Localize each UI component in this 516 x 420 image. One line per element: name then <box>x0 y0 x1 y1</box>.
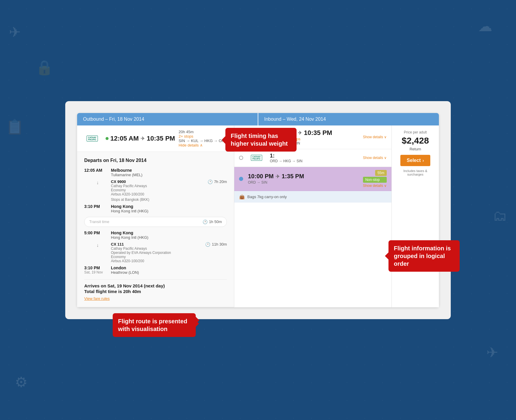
callout-info: Flight information is grouped in logical… <box>388 240 460 272</box>
departs-title: Departs on Fri, 18 Nov 2014 <box>84 158 227 163</box>
includes-text: Includes taxes & surcharges <box>395 169 435 176</box>
inbound-1-show-details[interactable]: Show details ∨ <box>363 135 387 139</box>
transit-duration: 1h 50m <box>209 219 222 224</box>
clock-icon-2: 🕐 <box>205 242 210 247</box>
leg-1-stops: Stops at Bangkok (BKK) <box>111 198 208 202</box>
inbound-flight-3-purple: 10:00 PM ✈ 1:35 PM ORD → SIN 55m Non-sto… <box>234 167 391 191</box>
leg-1-aircraft: Airbus A320-100/200 <box>111 192 208 196</box>
stop-3-row: 5:00 PM Hong Kong Hong Kong Intl (HKG) <box>84 230 227 240</box>
leg-2-aircraft: Airbus A320-100/200 <box>111 259 205 263</box>
plane-icon-2: ✈ <box>298 130 302 136</box>
leg-2: ↓ CX 111 Cathay Pacific Airways Operated… <box>84 242 227 263</box>
inbound-airline-logo-2: CATHAYPACIFIC <box>246 155 267 161</box>
inbound-3-badges: 55m Non-stop Show details ∨ <box>363 170 387 188</box>
inbound-2-depart: 1: <box>270 153 275 159</box>
bg-icon-2: 🔒 <box>36 59 53 76</box>
inbound-1-arrive: 10:35 PM <box>304 129 332 137</box>
stop-4-date: Sat, 19 Nov <box>84 270 111 274</box>
outbound-summary: CATHAYPACIFIC 12:05 AM ✈ 10:35 PM 20h 45… <box>77 125 234 152</box>
callout-route: Flight route is presented with visualisa… <box>113 313 196 337</box>
select-button[interactable]: Select › <box>400 155 431 166</box>
stop-1-city: Melbourne <box>111 168 227 173</box>
header-row: Outbound – Fri, 18 Nov 2014 Inbound – We… <box>77 113 439 125</box>
total-time: Total flight time is 20h 40m <box>84 289 227 294</box>
transit-time: 🕐 1h 50m <box>203 219 222 224</box>
outbound-arrive-time: 10:35 PM <box>147 135 175 142</box>
inbound-3-times: 10:00 PM ✈ 1:35 PM ORD → SIN <box>248 173 304 184</box>
inbound-2-times: 1: ORD → HKG → SIN <box>270 153 302 163</box>
leg-1-airline: Cathay Pacific Airways <box>111 184 208 188</box>
inbound-3-row: 10:00 PM ✈ 1:35 PM ORD → SIN 55m Non-sto… <box>239 170 387 188</box>
stop-2-airport: Hong Kong Intl (HKG) <box>111 209 227 213</box>
transit-clock-icon: 🕐 <box>203 219 208 224</box>
inbound-3-nonstop-badge: Non-stop <box>363 177 387 183</box>
right-panel: CATHAYPACIFIC 12:05 AM ✈ 10:35 PM 20h 45… <box>234 125 391 307</box>
leg-2-class: Economy <box>111 255 205 259</box>
arrow-down-1: ↓ <box>84 179 111 185</box>
outbound-depart-time: 12:05 AM <box>110 135 139 142</box>
inbound-2-route: ORD → HKG → SIN <box>270 159 302 163</box>
stop-4-airport: Heathrow (LON) <box>111 270 227 275</box>
stop-3-city: Hong Kong <box>111 230 227 235</box>
green-status-dot <box>106 137 109 140</box>
inbound-flight-2: CATHAYPACIFIC 1: ORD → HKG → SIN Show de… <box>234 149 391 167</box>
inbound-3-arrive: 1:35 PM <box>282 173 304 180</box>
stop-3-info: Hong Kong Hong Kong Intl (HKG) <box>111 230 227 240</box>
leg-2-airline: Cathay Pacific Airways <box>111 246 205 251</box>
view-fare-link[interactable]: View fare rules <box>84 296 110 301</box>
stop-3-airport: Hong Kong Intl (HKG) <box>111 235 227 240</box>
leg-1-flight: CX 9900 <box>111 179 208 184</box>
stop-1-row: 12:05 AM Melbourne Tullamarine (MEL) <box>84 168 227 177</box>
stop-4-city: London <box>111 265 227 270</box>
outbound-duration: 20h 45m <box>179 130 227 134</box>
bg-icon-3: ☁ <box>478 18 492 34</box>
plane-icon: ✈ <box>141 135 145 142</box>
arrow-down-2: ↓ <box>84 242 111 248</box>
leg-2-info: CX 111 Cathay Pacific Airways Operated b… <box>111 242 205 263</box>
inbound-2-show-details[interactable]: Show details ∨ <box>363 156 387 160</box>
price-amount: $2,428 <box>402 136 429 146</box>
bags-text: Bags 7kg carry-on only <box>247 195 287 199</box>
price-type: Return <box>410 147 421 151</box>
leg-2-duration-text: 11h 30m <box>212 242 227 246</box>
outbound-times: 12:05 AM ✈ 10:35 PM <box>110 135 175 142</box>
transit-label: Transit time <box>89 219 203 224</box>
leg-2-flight: CX 111 <box>111 242 205 246</box>
stop-4-time-main: 3:10 PM <box>84 265 111 270</box>
bg-icon-7: 🗂 <box>493 208 507 224</box>
outbound-label: Outbound – Fri, 18 Nov 2014 <box>83 117 144 122</box>
cathay-logo-text: CATHAYPACIFIC <box>87 136 98 141</box>
outbound-header: Outbound – Fri, 18 Nov 2014 <box>77 113 258 125</box>
airline-logo: CATHAYPACIFIC <box>82 136 103 141</box>
page-container: Outbound – Fri, 18 Nov 2014 Inbound – We… <box>65 101 451 319</box>
bg-icon-6: 📋 <box>6 119 24 135</box>
price-panel: Price per adult $2,428 Return Select › I… <box>391 125 439 307</box>
arrives-section: Arrives on Sat, 19 Nov 2014 (next day) T… <box>84 279 227 301</box>
content-row: CATHAYPACIFIC 12:05 AM ✈ 10:35 PM 20h 45… <box>77 125 439 307</box>
bag-icon: 👜 <box>239 194 245 200</box>
callout-info-text: Flight information is grouped in logical… <box>394 245 451 267</box>
stop-2-row: 3:10 PM Hong Kong Hong Kong Intl (HKG) <box>84 204 227 213</box>
callout-timing: Flight timing has higher visual weight <box>225 128 297 152</box>
leg-1-duration-text: 7h 20m <box>214 179 227 184</box>
bg-icon-5: ✈ <box>486 344 498 361</box>
leg-1-duration: 🕐 7h 20m <box>208 179 227 184</box>
stop-3-time: 5:00 PM <box>84 230 111 240</box>
stop-1-time: 12:05 AM <box>84 168 111 177</box>
left-panel: CATHAYPACIFIC 12:05 AM ✈ 10:35 PM 20h 45… <box>77 125 234 307</box>
leg-2-operated: Operated by EVA Airways Corporation <box>111 251 205 255</box>
select-btn-arrow: › <box>423 158 424 163</box>
inbound-2-radio[interactable] <box>239 156 243 160</box>
callout-route-text: Flight route is presented with visualisa… <box>118 318 187 332</box>
stop-2-city: Hong Kong <box>111 204 227 209</box>
inbound-3-depart: 10:00 PM <box>248 173 274 180</box>
stop-4-info: London Heathrow (LON) <box>111 265 227 275</box>
bg-icon-4: ⚙ <box>15 374 28 390</box>
inbound-3-radio[interactable] <box>239 177 243 181</box>
leg-2-duration: 🕐 11h 30m <box>205 242 227 247</box>
inbound-3-show-details[interactable]: Show details ∨ <box>363 184 387 188</box>
leg-1-class: Economy <box>111 188 208 192</box>
stop-2-time: 3:10 PM <box>84 204 111 213</box>
select-btn-label: Select <box>407 158 421 163</box>
stop-1-info: Melbourne Tullamarine (MEL) <box>111 168 227 177</box>
